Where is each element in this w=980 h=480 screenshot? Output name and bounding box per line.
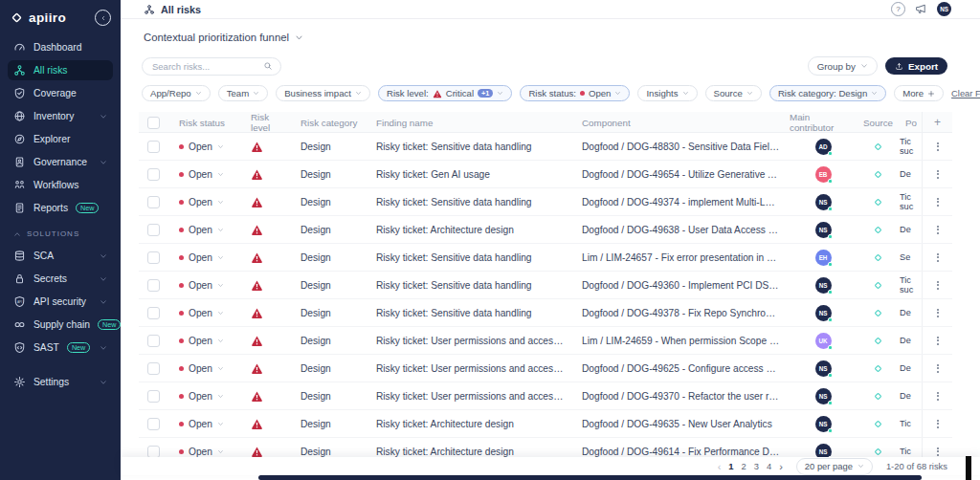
- page-number[interactable]: 3: [754, 461, 759, 471]
- component-cell[interactable]: Dogfood / DOG-49360 - Implement PCI DSS …: [574, 280, 790, 291]
- sidebar-collapse-button[interactable]: [95, 10, 111, 26]
- row-checkbox[interactable]: [147, 418, 160, 430]
- component-cell[interactable]: Dogfood / DOG-49370 - Refactor the user …: [574, 391, 790, 402]
- table-row[interactable]: Open Design Risky ticket: Sensitive data…: [139, 244, 952, 272]
- page-number[interactable]: 2: [742, 461, 746, 471]
- finding-name-cell[interactable]: Risky ticket: User permissions and acces…: [368, 336, 574, 346]
- risk-status-dropdown[interactable]: Open: [167, 419, 239, 429]
- column-risk-category[interactable]: Risk category: [287, 118, 368, 128]
- row-menu-button[interactable]: [934, 140, 942, 154]
- component-cell[interactable]: Lim / LIM-24657 - Fix error presentation…: [574, 252, 790, 263]
- row-menu-button[interactable]: [934, 306, 942, 320]
- component-cell[interactable]: Dogfood / DOG-49374 - implement Multi-La…: [574, 197, 790, 207]
- column-finding-name[interactable]: Finding name: [368, 118, 574, 128]
- user-avatar[interactable]: NS: [937, 2, 951, 16]
- filter-chip[interactable]: Business impact: [276, 85, 370, 101]
- component-cell[interactable]: Dogfood / DOG-49635 - New User Analytics: [574, 419, 790, 429]
- row-menu-button[interactable]: [934, 389, 942, 404]
- finding-name-cell[interactable]: Risky ticket: Architecture design: [368, 419, 574, 429]
- sidebar-item[interactable]: Secrets: [8, 269, 113, 289]
- filter-chip[interactable]: Insights: [637, 85, 697, 101]
- row-menu-button[interactable]: [934, 417, 942, 431]
- table-row[interactable]: Open Design Risky ticket: User permissio…: [139, 382, 952, 410]
- row-checkbox[interactable]: [147, 196, 160, 208]
- sidebar-item[interactable]: Reports New: [8, 198, 113, 218]
- component-cell[interactable]: Dogfood / DOG-49638 - User Data Access i…: [574, 225, 790, 235]
- risk-status-dropdown[interactable]: Open: [167, 447, 239, 457]
- risk-status-dropdown[interactable]: Open: [167, 391, 239, 402]
- sidebar-item[interactable]: SAST New: [8, 338, 113, 358]
- sidebar-item-settings[interactable]: Settings: [8, 372, 113, 392]
- column-risk-status[interactable]: Risk status: [167, 118, 239, 128]
- search-input[interactable]: [150, 60, 257, 73]
- horizontal-scrollbar-thumb[interactable]: [258, 475, 922, 480]
- row-menu-button[interactable]: [934, 251, 942, 265]
- finding-name-cell[interactable]: Risky ticket: Sensitive data handling: [368, 142, 574, 152]
- table-row[interactable]: Open Design Risky ticket: Gen AI usage D…: [139, 161, 952, 188]
- table-row[interactable]: Open Design Risky ticket: Sensitive data…: [139, 188, 952, 216]
- filter-chip[interactable]: Team: [218, 85, 268, 101]
- filter-chip[interactable]: Risk level: Critical +1: [378, 85, 512, 101]
- filter-chip[interactable]: Risk category: Design: [769, 85, 886, 101]
- risk-status-dropdown[interactable]: Open: [167, 142, 239, 152]
- search-risks-field[interactable]: [142, 57, 281, 76]
- component-cell[interactable]: Dogfood / DOG-49654 - Utilize Generative…: [574, 169, 790, 180]
- risk-status-dropdown[interactable]: Open: [167, 225, 239, 235]
- next-page-button[interactable]: ›: [779, 461, 783, 472]
- component-cell[interactable]: Dogfood / DOG-49614 - Fix Performance De…: [574, 447, 790, 457]
- page-number[interactable]: 4: [767, 461, 771, 471]
- sidebar-item[interactable]: Dashboard: [8, 37, 113, 57]
- risk-status-dropdown[interactable]: Open: [167, 363, 239, 374]
- row-checkbox[interactable]: [147, 279, 160, 292]
- sidebar-item[interactable]: Workflows: [8, 175, 113, 195]
- clear-filters-link[interactable]: Clear Filters: [951, 89, 980, 98]
- row-checkbox[interactable]: [147, 224, 160, 236]
- table-row[interactable]: Open Design Risky ticket: User permissio…: [139, 355, 952, 382]
- column-risk-level[interactable]: Risk level: [239, 112, 287, 133]
- finding-name-cell[interactable]: Risky ticket: Gen AI usage: [368, 169, 574, 180]
- row-menu-button[interactable]: [934, 167, 942, 182]
- risk-status-dropdown[interactable]: Open: [167, 336, 239, 346]
- table-row[interactable]: Open Design Risky ticket: User permissio…: [139, 327, 952, 355]
- per-page-dropdown[interactable]: 20 per page: [796, 458, 873, 475]
- risk-status-dropdown[interactable]: Open: [167, 252, 239, 263]
- row-menu-button[interactable]: [934, 278, 942, 293]
- risk-status-dropdown[interactable]: Open: [167, 280, 239, 291]
- sidebar-item[interactable]: API API security: [8, 292, 113, 312]
- row-checkbox[interactable]: [147, 446, 160, 458]
- row-checkbox[interactable]: [147, 335, 160, 347]
- row-menu-button[interactable]: [934, 223, 942, 237]
- component-cell[interactable]: Lim / LIM-24659 - When permission Scope …: [574, 336, 790, 346]
- finding-name-cell[interactable]: Risky ticket: User permissions and acces…: [368, 363, 574, 374]
- table-row[interactable]: Open Design Risky ticket: Architecture d…: [139, 410, 952, 438]
- column-component[interactable]: Component: [574, 118, 790, 128]
- row-menu-button[interactable]: [934, 361, 942, 376]
- filter-chip[interactable]: More: [894, 85, 944, 101]
- prioritization-funnel-dropdown[interactable]: Contextual prioritization funnel: [144, 32, 303, 43]
- filter-chip[interactable]: Risk status: Open: [520, 85, 630, 101]
- row-checkbox[interactable]: [147, 362, 160, 375]
- sidebar-item[interactable]: Inventory: [8, 106, 113, 126]
- sidebar-item[interactable]: Explorer: [8, 129, 113, 149]
- sidebar-item[interactable]: Supply chain New: [8, 315, 113, 335]
- finding-name-cell[interactable]: Risky ticket: Sensitive data handling: [368, 197, 574, 207]
- row-checkbox[interactable]: [147, 307, 160, 319]
- risk-status-dropdown[interactable]: Open: [167, 308, 239, 318]
- risk-status-dropdown[interactable]: Open: [167, 197, 239, 207]
- row-checkbox[interactable]: [147, 168, 160, 181]
- column-main-contributor[interactable]: Main contributor: [790, 112, 857, 133]
- sidebar-item[interactable]: Governance: [8, 152, 113, 172]
- sidebar-item[interactable]: Coverage: [8, 83, 113, 103]
- table-row[interactable]: Open Design Risky ticket: Sensitive data…: [139, 133, 952, 161]
- finding-name-cell[interactable]: Risky ticket: User permissions and acces…: [368, 391, 574, 402]
- megaphone-icon[interactable]: [915, 3, 927, 15]
- row-checkbox[interactable]: [147, 251, 160, 264]
- finding-name-cell[interactable]: Risky ticket: Sensitive data handling: [368, 280, 574, 291]
- finding-name-cell[interactable]: Risky ticket: Architecture design: [368, 447, 574, 457]
- column-po[interactable]: Po: [900, 118, 922, 128]
- select-all-checkbox[interactable]: [147, 117, 160, 129]
- table-row[interactable]: Open Design Risky ticket: Architecture d…: [139, 216, 952, 244]
- row-menu-button[interactable]: [934, 334, 942, 348]
- row-menu-button[interactable]: [934, 195, 942, 209]
- previous-page-button[interactable]: ‹: [718, 461, 722, 472]
